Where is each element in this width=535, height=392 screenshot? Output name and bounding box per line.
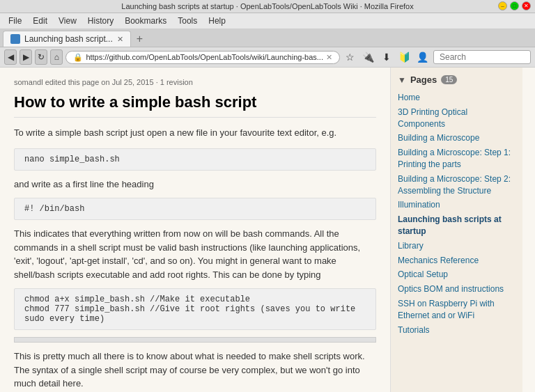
main-content: somandl edited this page on Jul 25, 2015… bbox=[0, 68, 390, 392]
page-subtitle: somandl edited this page on Jul 25, 2015… bbox=[14, 78, 376, 86]
sidebar-link[interactable]: Optics BOM and instructions bbox=[398, 283, 515, 295]
addon-icon-4[interactable]: 👤 bbox=[415, 49, 431, 65]
sidebar-link[interactable]: SSH on Raspberry Pi with Ethernet and or… bbox=[398, 298, 515, 322]
sidebar-header: ▼ Pages 15 bbox=[398, 75, 515, 85]
code-block-1: nano simple_bash.sh bbox=[14, 148, 376, 171]
address-bar: ◀ ▶ ↻ ⌂ 🔒 https://github.com/OpenLabTool… bbox=[0, 47, 535, 68]
menu-bookmarks[interactable]: Bookmarks bbox=[119, 15, 172, 27]
sidebar-link[interactable]: Launching bash scripts at startup bbox=[398, 214, 515, 237]
browser-window: Launching bash scripts at startup · Open… bbox=[0, 0, 535, 392]
menu-edit[interactable]: Edit bbox=[27, 15, 53, 27]
menu-tools[interactable]: Tools bbox=[172, 15, 203, 27]
url-clear-icon[interactable]: ✕ bbox=[326, 53, 332, 62]
sidebar-link[interactable]: 3D Printing Optical Components bbox=[398, 107, 515, 130]
horizontal-scrollbar[interactable] bbox=[14, 337, 376, 343]
sidebar-link[interactable]: Building a Microscope: Step 2: Assemblin… bbox=[398, 173, 515, 197]
back-button[interactable]: ◀ bbox=[4, 49, 17, 65]
sidebar-link[interactable]: Building a Microscope bbox=[398, 132, 515, 144]
bookmark-star-icon[interactable]: ☆ bbox=[343, 49, 358, 65]
sidebar-link[interactable]: Library bbox=[398, 240, 515, 252]
code-block-3: chmod a+x simple_bash.sh //Make it execu… bbox=[14, 288, 376, 330]
addon-icon-2[interactable]: ⬇ bbox=[379, 49, 394, 65]
close-button[interactable]: ✕ bbox=[522, 1, 531, 10]
sidebar-link[interactable]: Illumination bbox=[398, 199, 515, 211]
url-bar[interactable]: 🔒 https://github.com/OpenLabTools/OpenLa… bbox=[65, 51, 340, 64]
sidebar-links: Home3D Printing Optical ComponentsBuildi… bbox=[398, 92, 515, 336]
menu-bar: File Edit View History Bookmarks Tools H… bbox=[0, 13, 535, 29]
new-tab-button[interactable]: + bbox=[132, 33, 147, 45]
tab-close-button[interactable]: ✕ bbox=[117, 35, 123, 44]
sidebar-link[interactable]: Tutorials bbox=[398, 324, 515, 336]
active-tab[interactable]: Launching bash script... ✕ bbox=[3, 31, 131, 47]
menu-view[interactable]: View bbox=[53, 15, 82, 27]
url-text: https://github.com/OpenLabTools/OpenLabT… bbox=[86, 53, 323, 61]
tab-label: Launching bash script... bbox=[24, 34, 113, 44]
sidebar-title: Pages bbox=[410, 75, 437, 85]
text-paragraph-2: This indicates that everything written f… bbox=[14, 227, 376, 281]
addon-icon-1[interactable]: 🔌 bbox=[361, 49, 376, 65]
toolbar-icons: ☆ 🔌 ⬇ 🔰 👤 bbox=[343, 49, 431, 65]
title-bar: Launching bash scripts at startup · Open… bbox=[0, 0, 535, 13]
tab-bar: Launching bash script... ✕ + bbox=[0, 29, 535, 47]
search-input[interactable] bbox=[433, 50, 531, 64]
sidebar: ▼ Pages 15 Home3D Printing Optical Compo… bbox=[390, 68, 522, 392]
home-button[interactable]: ⌂ bbox=[50, 49, 63, 65]
page-wrapper: somandl edited this page on Jul 25, 2015… bbox=[0, 68, 535, 392]
sidebar-link[interactable]: Building a Microscope: Step 1: Printing … bbox=[398, 147, 515, 171]
sidebar-link[interactable]: Mechanics Reference bbox=[398, 255, 515, 267]
sidebar-collapse-icon[interactable]: ▼ bbox=[398, 75, 406, 85]
menu-history[interactable]: History bbox=[82, 15, 119, 27]
page-title: How to write a simple bash script bbox=[14, 93, 376, 118]
menu-help[interactable]: Help bbox=[203, 15, 231, 27]
code-block-2: #! /bin/bash bbox=[14, 198, 376, 220]
sidebar-link[interactable]: Optical Setup bbox=[398, 269, 515, 281]
text-paragraph-3: This is pretty much all there is to know… bbox=[14, 350, 376, 391]
intro-paragraph: To write a simple bash script just open … bbox=[14, 126, 376, 140]
addon-icon-3[interactable]: 🔰 bbox=[397, 49, 412, 65]
forward-button[interactable]: ▶ bbox=[20, 49, 32, 65]
text-paragraph-1: and write as a first line the heading bbox=[14, 178, 376, 191]
reload-button[interactable]: ↻ bbox=[35, 49, 47, 65]
browser-title: Launching bash scripts at startup · Open… bbox=[121, 2, 413, 10]
sidebar-count: 15 bbox=[441, 75, 457, 84]
sidebar-link[interactable]: Home bbox=[398, 92, 515, 104]
window-controls: – □ ✕ bbox=[498, 1, 531, 10]
minimize-button[interactable]: – bbox=[498, 1, 507, 10]
tab-favicon bbox=[10, 34, 20, 44]
maximize-button[interactable]: □ bbox=[510, 1, 519, 10]
menu-file[interactable]: File bbox=[3, 15, 27, 27]
